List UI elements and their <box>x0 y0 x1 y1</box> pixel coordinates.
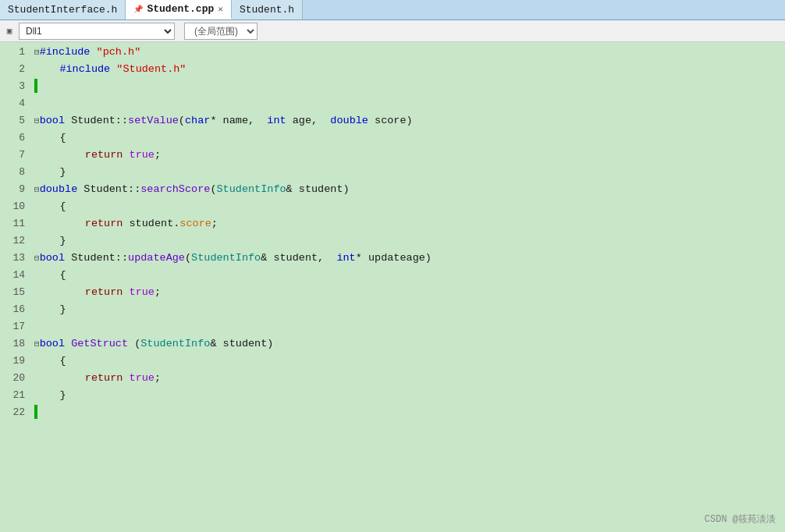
return-keyword: return <box>85 372 123 384</box>
toolbar-row: ▣ Dll1 (全局范围) <box>0 20 785 42</box>
string-literal: "pch.h" <box>97 46 141 58</box>
keyword: bool <box>40 115 65 126</box>
table-row: 20 return true; <box>0 370 785 387</box>
line-code: ⊟double Student::searchScore(StudentInfo… <box>31 181 785 198</box>
close-icon[interactable]: ✕ <box>218 4 223 14</box>
tab-bar: StudentInterface.h📌Student.cpp✕Student.h <box>0 0 785 20</box>
line-number: 4 <box>0 95 31 112</box>
tab-tab-studentinterface[interactable]: StudentInterface.h <box>0 0 126 20</box>
tab-tab-studentcpp[interactable]: 📌Student.cpp✕ <box>126 0 231 20</box>
tab-tab-studenth[interactable]: Student.h <box>232 0 303 20</box>
line-code: ⊟bool Student::updateAge(StudentInfo& st… <box>31 250 785 267</box>
line-code: { <box>31 353 785 370</box>
table-row: 19 { <box>0 353 785 370</box>
line-code: return student.score; <box>31 215 785 232</box>
keyword: #include <box>59 63 116 75</box>
pin-icon: 📌 <box>133 5 143 14</box>
table-row: 5⊟bool Student::setValue(char* name, int… <box>0 112 785 129</box>
line-number: 6 <box>0 129 31 147</box>
line-code: } <box>31 301 785 318</box>
keyword: double <box>40 183 78 195</box>
line-code <box>31 78 785 95</box>
line-number: 10 <box>0 198 31 215</box>
string-literal: "Student.h" <box>116 63 186 75</box>
keyword: int <box>336 252 355 264</box>
line-number: 22 <box>0 404 31 421</box>
line-number: 5 <box>0 112 31 129</box>
line-number: 19 <box>0 353 31 370</box>
line-number: 18 <box>0 335 31 353</box>
line-code: } <box>31 232 785 250</box>
keyword: int <box>267 115 286 126</box>
table-row: 17 <box>0 318 785 335</box>
keyword: bool <box>40 338 65 349</box>
table-row: 7 return true; <box>0 147 785 164</box>
return-keyword: return <box>85 218 123 229</box>
type-name: StudentInfo <box>140 338 210 349</box>
table-row: 16 } <box>0 301 785 318</box>
function-name: GetStruct <box>71 338 128 349</box>
line-code <box>31 404 785 421</box>
table-row: 22 <box>0 404 785 421</box>
return-keyword: return <box>85 286 123 298</box>
project-icon: ▣ <box>3 25 16 37</box>
function-name: setValue <box>128 115 179 126</box>
table-row: 9⊟double Student::searchScore(StudentInf… <box>0 181 785 198</box>
line-number: 14 <box>0 267 31 284</box>
line-code: { <box>31 267 785 284</box>
line-code <box>31 318 785 335</box>
line-code: #include "Student.h" <box>31 61 785 78</box>
tab-label: Student.h <box>240 4 294 16</box>
line-code: return true; <box>31 147 785 164</box>
table-row: 21 } <box>0 387 785 404</box>
collapse-icon[interactable]: ⊟ <box>34 254 40 263</box>
bool-value: true <box>130 286 155 298</box>
project-dropdown[interactable]: Dll1 <box>19 23 175 40</box>
line-number: 20 <box>0 370 31 387</box>
code-area: 1⊟#include "pch.h"2 #include "Student.h"… <box>0 42 785 532</box>
bool-value: true <box>130 372 155 384</box>
line-number: 3 <box>0 78 31 95</box>
green-bar <box>34 79 37 93</box>
collapse-icon[interactable]: ⊟ <box>34 339 40 349</box>
line-code: { <box>31 198 785 215</box>
green-bar <box>34 405 37 419</box>
line-code: return true; <box>31 284 785 301</box>
table-row: 2 #include "Student.h" <box>0 61 785 78</box>
collapse-icon[interactable]: ⊟ <box>34 116 40 126</box>
line-code: ⊟#include "pch.h" <box>31 44 785 61</box>
keyword: double <box>330 115 368 126</box>
line-number: 21 <box>0 387 31 404</box>
bool-value: true <box>130 149 155 161</box>
collapse-icon[interactable]: ⊟ <box>34 185 40 194</box>
collapse-icon[interactable]: ⊟ <box>34 48 40 57</box>
table-row: 12 } <box>0 232 785 250</box>
table-row: 8 } <box>0 164 785 181</box>
scope-dropdown[interactable]: (全局范围) <box>184 23 258 40</box>
table-row: 14 { <box>0 267 785 284</box>
line-code <box>31 95 785 112</box>
line-number: 17 <box>0 318 31 335</box>
keyword: #include <box>40 46 97 58</box>
table-row: 1⊟#include "pch.h" <box>0 44 785 61</box>
code-table: 1⊟#include "pch.h"2 #include "Student.h"… <box>0 44 785 421</box>
table-row: 11 return student.score; <box>0 215 785 232</box>
line-number: 11 <box>0 215 31 232</box>
keyword: bool <box>40 252 65 264</box>
line-number: 2 <box>0 61 31 78</box>
table-row: 18⊟bool GetStruct (StudentInfo& student) <box>0 335 785 353</box>
return-keyword: return <box>85 149 123 161</box>
line-code: ⊟bool GetStruct (StudentInfo& student) <box>31 335 785 353</box>
line-number: 15 <box>0 284 31 301</box>
table-row: 4 <box>0 95 785 112</box>
type-name: StudentInfo <box>216 183 286 195</box>
line-number: 16 <box>0 301 31 318</box>
tab-label: StudentInterface.h <box>8 4 117 16</box>
line-number: 1 <box>0 44 31 61</box>
type-name: StudentInfo <box>191 252 261 264</box>
line-number: 8 <box>0 164 31 181</box>
table-row: 3 <box>0 78 785 95</box>
line-code: } <box>31 387 785 404</box>
line-number: 7 <box>0 147 31 164</box>
keyword: char <box>185 115 210 126</box>
